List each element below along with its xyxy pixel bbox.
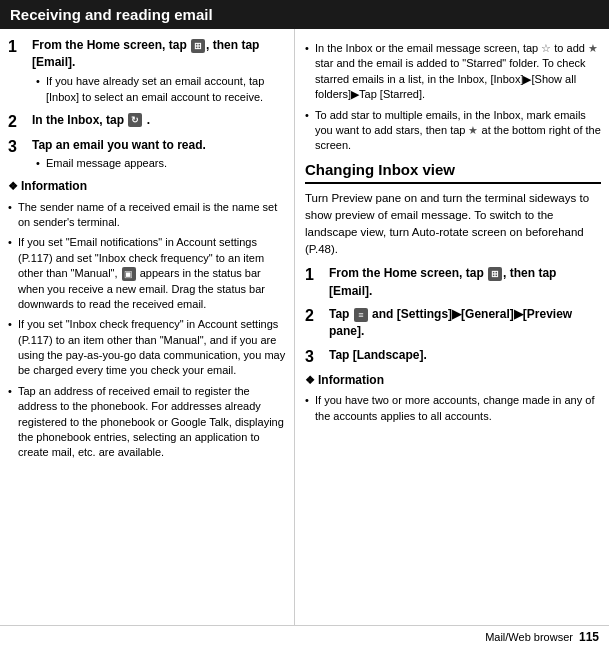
step-number-2: 2 xyxy=(8,112,28,131)
step-1-bullet-1: If you have already set an email account… xyxy=(36,74,286,106)
left-info-bullet-4: Tap an address of received email to regi… xyxy=(8,384,286,461)
left-info-bullet-3: If you set "Inbox check frequency" in Ac… xyxy=(8,317,286,379)
step-3-bullet-1: Email message appears. xyxy=(36,156,286,172)
page-header: Receiving and reading email xyxy=(0,0,609,29)
starred-bullets: In the Inbox or the email message screen… xyxy=(305,41,601,154)
content-area: 1 From the Home screen, tap ⊞, then tap … xyxy=(0,29,609,625)
right-step-number-3: 3 xyxy=(305,347,325,366)
notification-icon: ▣ xyxy=(122,267,136,281)
left-column: 1 From the Home screen, tap ⊞, then tap … xyxy=(0,29,295,625)
section-intro: Turn Preview pane on and turn the termin… xyxy=(305,190,601,257)
left-step-3: 3 Tap an email you want to read. Email m… xyxy=(8,137,286,172)
page-container: Receiving and reading email 1 From the H… xyxy=(0,0,609,648)
left-step-2: 2 In the Inbox, tap ↻ . xyxy=(8,112,286,131)
right-step-content-1: From the Home screen, tap ⊞, then tap [E… xyxy=(329,265,601,300)
right-step-number-1: 1 xyxy=(305,265,325,284)
left-info-section: Information The sender name of a receive… xyxy=(8,178,286,461)
right-step-title-3: Tap [Landscape]. xyxy=(329,347,601,364)
left-info-header: Information xyxy=(8,178,286,195)
step-title-2: In the Inbox, tap ↻ . xyxy=(32,112,286,129)
footer-page: 115 xyxy=(579,630,599,644)
right-info-bullet-1: If you have two or more accounts, change… xyxy=(305,393,601,424)
right-step-number-2: 2 xyxy=(305,306,325,325)
step-title-1: From the Home screen, tap ⊞, then tap [E… xyxy=(32,37,286,72)
right-column: In the Inbox or the email message screen… xyxy=(295,29,609,625)
section-heading: Changing Inbox view xyxy=(305,159,601,185)
refresh-icon: ↻ xyxy=(128,113,142,127)
page-footer: Mail/Web browser 115 xyxy=(0,625,609,648)
left-info-bullets: The sender name of a received email is t… xyxy=(8,200,286,461)
starred-bullet-1: In the Inbox or the email message screen… xyxy=(305,41,601,103)
home-icon-2: ⊞ xyxy=(488,267,502,281)
step-3-bullets: Email message appears. xyxy=(32,156,286,172)
step-content-3: Tap an email you want to read. Email mes… xyxy=(32,137,286,172)
star-filled-icon: ★ xyxy=(588,42,598,54)
right-step-2: 2 Tap ≡ and [Settings]▶[General]▶[Previe… xyxy=(305,306,601,341)
menu-icon: ≡ xyxy=(354,308,368,322)
left-info-bullet-2: If you set "Email notifications" in Acco… xyxy=(8,235,286,312)
step-content-2: In the Inbox, tap ↻ . xyxy=(32,112,286,129)
right-info-header: Information xyxy=(305,372,601,389)
step-number-1: 1 xyxy=(8,37,28,56)
right-step-content-2: Tap ≡ and [Settings]▶[General]▶[Preview … xyxy=(329,306,601,341)
left-step-1: 1 From the Home screen, tap ⊞, then tap … xyxy=(8,37,286,106)
left-info-bullet-1: The sender name of a received email is t… xyxy=(8,200,286,231)
right-step-1: 1 From the Home screen, tap ⊞, then tap … xyxy=(305,265,601,300)
right-info-bullets: If you have two or more accounts, change… xyxy=(305,393,601,424)
right-info-section: Information If you have two or more acco… xyxy=(305,372,601,424)
star-outline-icon: ☆ xyxy=(541,42,551,54)
starred-bullet-2: To add star to multiple emails, in the I… xyxy=(305,108,601,154)
right-step-3: 3 Tap [Landscape]. xyxy=(305,347,601,366)
star-icon-inline: ★ xyxy=(468,124,478,136)
page-title: Receiving and reading email xyxy=(10,6,213,23)
right-step-content-3: Tap [Landscape]. xyxy=(329,347,601,364)
footer-label: Mail/Web browser xyxy=(485,631,573,643)
right-step-title-2: Tap ≡ and [Settings]▶[General]▶[Preview … xyxy=(329,306,601,341)
home-icon: ⊞ xyxy=(191,39,205,53)
right-step-title-1: From the Home screen, tap ⊞, then tap [E… xyxy=(329,265,601,300)
step-title-3: Tap an email you want to read. xyxy=(32,137,286,154)
step-1-bullets: If you have already set an email account… xyxy=(32,74,286,106)
step-content-1: From the Home screen, tap ⊞, then tap [E… xyxy=(32,37,286,106)
step-number-3: 3 xyxy=(8,137,28,156)
